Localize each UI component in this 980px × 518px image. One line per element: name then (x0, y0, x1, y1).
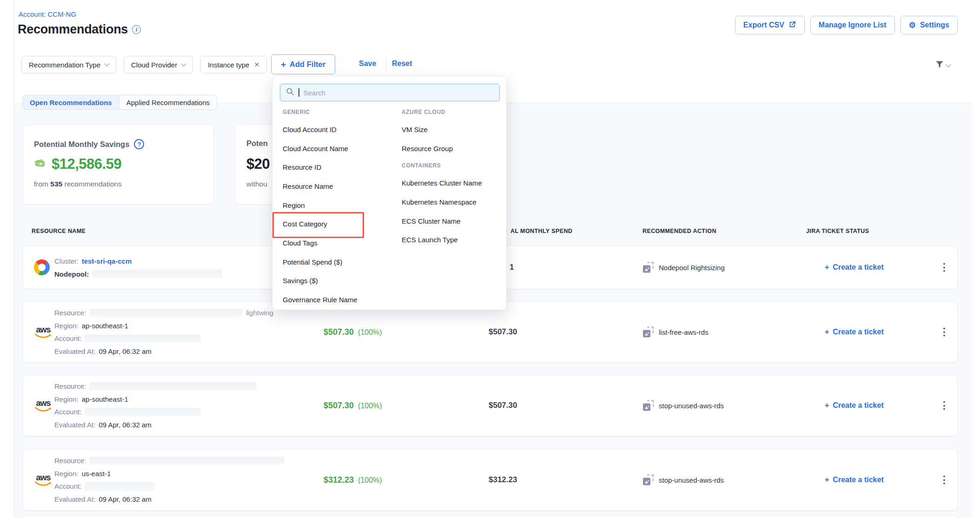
chip-label: Instance type (208, 61, 249, 69)
manage-ignore-list-button[interactable]: Manage Ignore List (810, 16, 895, 34)
create-ticket-button[interactable]: + Create a ticket (825, 263, 884, 272)
row-menu-button[interactable] (940, 260, 948, 275)
column-header-total-monthly-spend: AL MONTHLY SPEND (510, 228, 572, 234)
row-menu-button[interactable] (940, 325, 948, 339)
create-ticket-label: Create a ticket (833, 476, 883, 484)
region-value: us-east-1 (82, 470, 111, 478)
manage-ignore-list-label: Manage Ignore List (819, 21, 887, 29)
evaluated-value: 09 Apr, 06:32 am (99, 421, 151, 429)
row-menu-button[interactable] (940, 473, 948, 487)
filter-menu-item[interactable]: Potential Spend ($) (283, 252, 380, 272)
top-actions: Export CSV Manage Ignore List ⚙ Settings (735, 16, 958, 34)
create-ticket-button[interactable]: + Create a ticket (825, 401, 884, 410)
filter-menu-item[interactable]: Cloud Tags (283, 233, 380, 252)
filter-search[interactable] (280, 84, 500, 101)
evaluated-label: Evaluated At: (54, 421, 95, 429)
filter-menu-item[interactable]: Cost Category (283, 214, 380, 233)
resource-label: Resource: (54, 457, 86, 465)
evaluated-value: 09 Apr, 06:32 am (99, 495, 151, 503)
plus-icon: + (825, 476, 829, 484)
add-filter-button[interactable]: + Add Filter (271, 54, 335, 74)
filter-menu-item[interactable]: Region (283, 196, 380, 215)
filter-panel-toggle[interactable] (934, 60, 950, 72)
recommended-action-text: stop-unused-aws-rds (659, 402, 724, 410)
evaluated-value: 09 Apr, 06:32 am (99, 347, 151, 355)
evaluated-label: Evaluated At: (54, 495, 95, 503)
gcp-icon (34, 259, 50, 275)
tab-open-recommendations[interactable]: Open Recommendations (23, 95, 119, 109)
redacted-value (85, 334, 201, 343)
search-icon (286, 87, 294, 98)
filter-menu-item[interactable]: Kubernetes Cluster Name (402, 173, 504, 193)
region-label: Region: (54, 395, 79, 403)
filter-menu-item[interactable]: Resource Name (283, 177, 380, 196)
resource-name-partial: lightwing (246, 309, 273, 317)
table-row[interactable]: aws Resource: Region: ap-southeast-1 Acc… (22, 375, 958, 436)
search-input[interactable] (304, 89, 480, 97)
plus-icon: + (825, 328, 829, 336)
tab-applied-recommendations[interactable]: Applied Recommendations (119, 95, 217, 109)
filter-menu-item[interactable]: ECS Cluster Name (402, 212, 504, 231)
filter-menu-item[interactable]: Savings ($) (283, 272, 380, 291)
info-icon[interactable]: i (132, 25, 141, 34)
filter-menu-item[interactable]: ECS Launch Type (402, 230, 504, 249)
table-row[interactable]: aws Resource: lightwing Region: ap-south… (22, 301, 958, 363)
recommendations-page: Account: CCM-NG Recommendations i Export… (0, 0, 980, 518)
filter-menu-item[interactable]: Kubernetes Namespace (402, 193, 504, 212)
card-title: Potential Monthly Savings (34, 140, 129, 149)
table-row[interactable]: aws Resource: Region: us-east-1 Account:… (22, 449, 958, 511)
redacted-value (89, 382, 257, 391)
filter-chip-recommendation-type[interactable]: Recommendation Type (21, 56, 116, 73)
page-title: Recommendations (18, 22, 128, 37)
row-menu-button[interactable] (940, 398, 948, 413)
region-label: Region: (54, 322, 79, 330)
filter-menu-item[interactable]: Cloud Account Name (283, 139, 380, 158)
recommended-action-text: list-free-aws-rds (659, 328, 709, 336)
text-cursor (298, 88, 299, 97)
chip-label: Recommendation Type (29, 61, 100, 69)
potential-savings-percent: (100%) (358, 476, 382, 485)
save-button[interactable]: Save (359, 60, 376, 68)
cluster-link[interactable]: test-sri-qa-ccm (82, 257, 132, 265)
potential-savings-value: $507.30 (324, 327, 354, 337)
settings-button[interactable]: ⚙ Settings (901, 16, 958, 34)
filter-chip-instance-type[interactable]: Instance type ✕ (200, 56, 267, 73)
azure-items-list: VM SizeResource Group (402, 120, 504, 158)
chevron-down-icon (181, 61, 186, 66)
column-header-resource-name: RESOURCE NAME (32, 228, 86, 234)
card-title-partial: Poten (246, 139, 268, 148)
total-spend-partial: 1 (510, 263, 514, 272)
recommendation-image-icon (643, 400, 654, 411)
card-value-partial: $20 (246, 156, 270, 173)
filter-chip-cloud-provider[interactable]: Cloud Provider (124, 56, 193, 73)
funnel-icon (934, 60, 945, 72)
plus-icon: + (825, 401, 829, 410)
redacted-value (85, 482, 154, 491)
filter-menu-item[interactable]: Resource Group (402, 139, 504, 158)
export-csv-button[interactable]: Export CSV (735, 16, 805, 34)
recommendation-image-icon (643, 262, 654, 273)
create-ticket-label: Create a ticket (833, 328, 883, 336)
close-icon[interactable]: ✕ (254, 61, 259, 68)
menu-section-azure-cloud: AZURE CLOUD (402, 104, 504, 120)
create-ticket-button[interactable]: + Create a ticket (825, 476, 884, 484)
page-title-row: Recommendations i (18, 22, 141, 37)
create-ticket-button[interactable]: + Create a ticket (825, 328, 884, 336)
sub-prefix: from (34, 180, 48, 188)
filter-menu-item[interactable]: Cloud Account ID (283, 120, 380, 139)
evaluated-label: Evaluated At: (54, 347, 95, 355)
generic-items-list: Cloud Account IDCloud Account NameResour… (283, 120, 380, 309)
breadcrumb[interactable]: Account: CCM-NG (19, 10, 76, 18)
reset-button[interactable]: Reset (392, 60, 412, 68)
total-spend-value: $507.30 (489, 401, 517, 410)
redacted-value (89, 457, 285, 465)
filter-menu-item[interactable]: Resource ID (283, 158, 380, 177)
filter-menu-item[interactable]: Governance Rule Name (283, 290, 380, 309)
region-value: ap-southeast-1 (82, 322, 128, 330)
recommendation-count: 535 (50, 180, 62, 188)
redacted-value (85, 408, 201, 416)
help-icon[interactable]: ? (134, 139, 144, 149)
potential-savings-percent: (100%) (358, 328, 382, 337)
column-header-recommended-action: RECOMMENDED ACTION (642, 228, 716, 234)
filter-menu-item[interactable]: VM Size (402, 120, 504, 139)
